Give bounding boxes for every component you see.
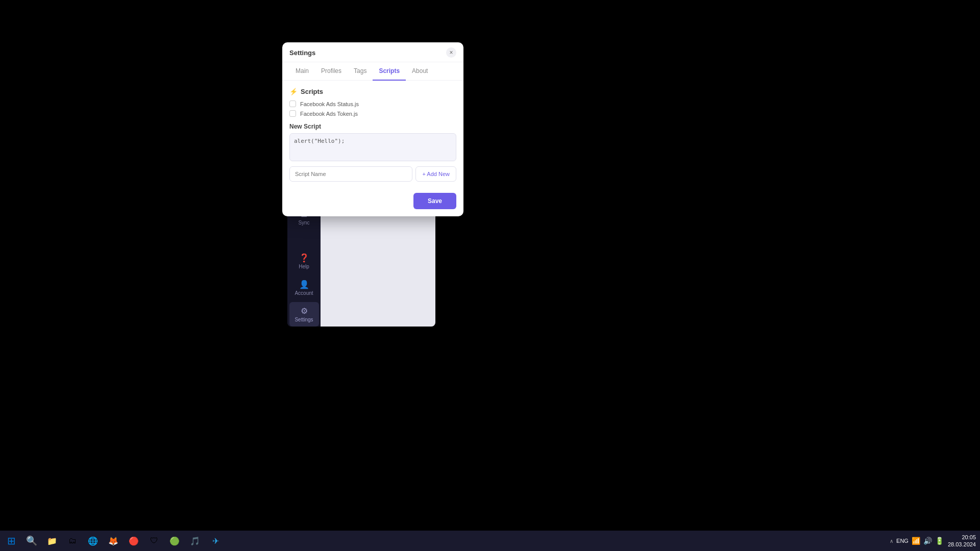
modal-body: ⚡ Scripts Facebook Ads Status.js Faceboo… xyxy=(282,81,463,189)
new-script-title: New Script xyxy=(289,123,456,130)
taskbar-windows-button[interactable]: ⊞ xyxy=(2,532,20,550)
script-label-2: Facebook Ads Token.js xyxy=(300,111,358,117)
modal-footer: Save xyxy=(282,189,463,216)
settings-icon: ⚙ xyxy=(301,306,308,316)
script-name-input[interactable] xyxy=(289,166,412,182)
script-editor[interactable] xyxy=(289,133,456,161)
taskbar-sys-icons: ∧ ENG 📶 🔊 🔋 xyxy=(890,537,944,545)
tab-main[interactable]: Main xyxy=(289,62,315,81)
script-checkbox-2[interactable] xyxy=(289,110,296,117)
taskbar-left: ⊞ 🔍 📁 🗂 🌐 🦊 🔴 🛡 🟢 🎵 ✈ xyxy=(0,532,225,550)
taskbar-time: 20:05 xyxy=(948,534,976,541)
taskbar-wifi-icon: 📶 xyxy=(912,537,920,545)
taskbar-app5-button[interactable]: 🎵 xyxy=(186,532,204,550)
taskbar-chevron-icon[interactable]: ∧ xyxy=(890,538,893,544)
taskbar-app3-button[interactable]: 🛡 xyxy=(145,532,163,550)
tab-scripts[interactable]: Scripts xyxy=(373,62,406,81)
script-item-1: Facebook Ads Status.js xyxy=(289,101,456,107)
taskbar-lang: ENG xyxy=(896,538,909,544)
tab-profiles[interactable]: Profiles xyxy=(315,62,348,81)
taskbar: ⊞ 🔍 📁 🗂 🌐 🦊 🔴 🛡 🟢 🎵 ✈ ∧ ENG 📶 🔊 🔋 20:05 … xyxy=(0,531,980,551)
taskbar-app1-button[interactable]: 🦊 xyxy=(104,532,122,550)
taskbar-right: ∧ ENG 📶 🔊 🔋 20:05 28.03.2024 xyxy=(890,534,980,548)
sidebar-item-label-sync: Sync xyxy=(298,220,309,226)
taskbar-time-block: 20:05 28.03.2024 xyxy=(948,534,976,548)
script-label-1: Facebook Ads Status.js xyxy=(300,101,359,107)
tab-tags[interactable]: Tags xyxy=(348,62,373,81)
tab-about[interactable]: About xyxy=(406,62,434,81)
sidebar-item-label-settings: Settings xyxy=(295,317,313,322)
script-checkbox-1[interactable] xyxy=(289,101,296,107)
taskbar-app6-button[interactable]: ✈ xyxy=(206,532,225,550)
sidebar-item-label-account: Account xyxy=(295,290,313,296)
taskbar-speaker-icon: 🔊 xyxy=(923,537,932,545)
sidebar-item-label-help: Help xyxy=(299,264,309,269)
taskbar-search-button[interactable]: 🔍 xyxy=(22,532,41,550)
scripts-section-title: Scripts xyxy=(301,88,323,95)
help-icon: ❓ xyxy=(299,253,309,263)
modal-titlebar: Settings × xyxy=(282,42,463,62)
scripts-section-icon: ⚡ xyxy=(289,88,298,95)
modal-tabs: Main Profiles Tags Scripts About xyxy=(282,62,463,81)
modal-title: Settings xyxy=(289,49,315,57)
sidebar-item-help[interactable]: ❓ Help xyxy=(289,249,319,273)
taskbar-app4-button[interactable]: 🟢 xyxy=(165,532,184,550)
save-button[interactable]: Save xyxy=(413,193,456,209)
modal-close-button[interactable]: × xyxy=(446,47,456,58)
account-icon: 👤 xyxy=(299,280,309,289)
settings-modal: Settings × Main Profiles Tags Scripts Ab… xyxy=(282,42,463,216)
taskbar-app2-button[interactable]: 🔴 xyxy=(125,532,143,550)
add-new-button[interactable]: + Add New xyxy=(415,166,456,182)
taskbar-date: 28.03.2024 xyxy=(948,541,976,548)
script-bottom-row: + Add New xyxy=(289,166,456,182)
taskbar-folder-button[interactable]: 🗂 xyxy=(63,532,82,550)
script-item-2: Facebook Ads Token.js xyxy=(289,110,456,117)
scripts-section-header: ⚡ Scripts xyxy=(289,88,456,95)
sidebar-item-account[interactable]: 👤 Account xyxy=(289,276,319,300)
taskbar-battery-icon: 🔋 xyxy=(935,537,944,545)
taskbar-chrome-button[interactable]: 🌐 xyxy=(84,532,102,550)
taskbar-explorer-button[interactable]: 📁 xyxy=(43,532,61,550)
sidebar-item-settings[interactable]: ⚙ Settings xyxy=(289,302,319,327)
